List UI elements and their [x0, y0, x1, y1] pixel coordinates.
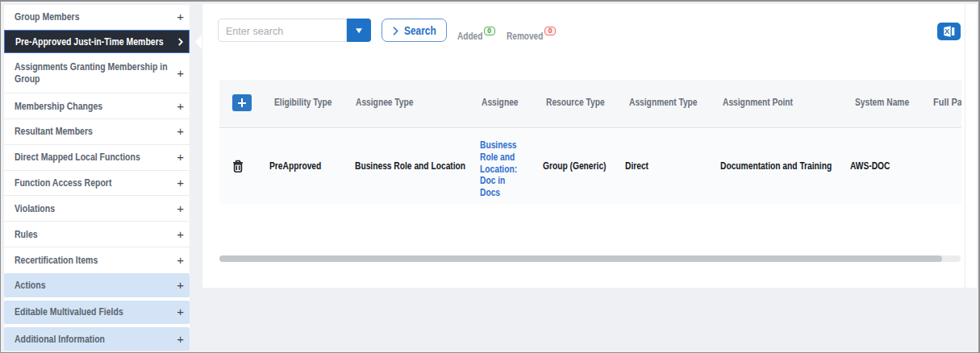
- svg-text:X: X: [945, 27, 950, 35]
